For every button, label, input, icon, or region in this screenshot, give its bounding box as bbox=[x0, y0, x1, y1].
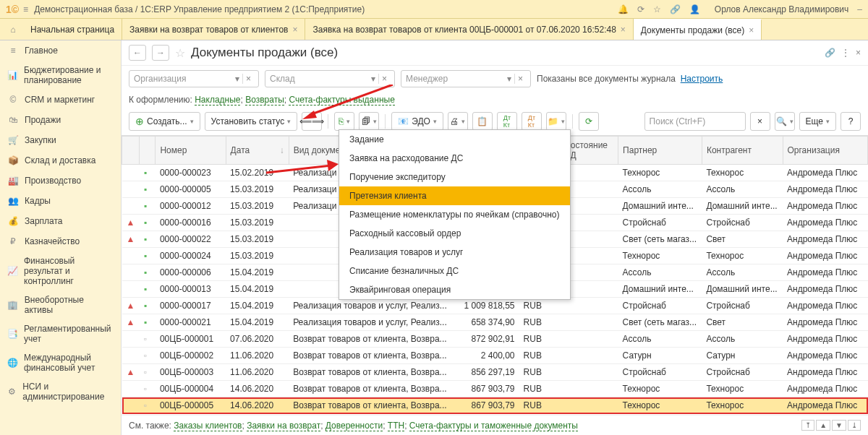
footer-link-0[interactable]: Заказы клиентов bbox=[174, 421, 242, 431]
quick-link-1[interactable]: Возвраты bbox=[245, 95, 284, 105]
history-icon[interactable]: ⟳ bbox=[637, 4, 644, 14]
filter-warehouse[interactable]: Склад▾× bbox=[265, 70, 395, 87]
sidebar-icon: 📈 bbox=[7, 265, 18, 277]
dropdown-item-2[interactable]: Поручение экспедитору bbox=[339, 168, 570, 186]
sidebar-item-14[interactable]: ⚙НСИ и администрирование bbox=[0, 377, 121, 406]
dropdown-item-8[interactable]: Эквайринговая операция bbox=[339, 280, 570, 299]
menu-icon[interactable]: ≡ bbox=[23, 4, 28, 14]
sidebar-item-3[interactable]: 🛍Продажи bbox=[0, 110, 121, 130]
table-row[interactable]: ▫00ЦБ-00000107.06.2020Возврат товаров от… bbox=[122, 331, 868, 348]
col-header-10[interactable]: Организация bbox=[783, 137, 868, 165]
dropdown-item-1[interactable]: Заявка на расходование ДС bbox=[339, 149, 570, 168]
tab-0[interactable]: Заявки на возврат товаров от клиентов× bbox=[122, 19, 305, 40]
tab-home[interactable]: Начальная страница bbox=[23, 19, 122, 40]
sidebar-label: Производство bbox=[25, 176, 81, 186]
table-row[interactable]: ▫00ЦБ-00000514.06.2020Возврат товаров от… bbox=[122, 397, 868, 414]
dropdown-item-5[interactable]: Расходный кассовый ордер bbox=[339, 224, 570, 243]
sidebar-label: Зарплата bbox=[25, 216, 63, 226]
dropdown-item-4[interactable]: Размещение номенклатуры по ячейкам (спра… bbox=[339, 205, 570, 224]
link-icon[interactable]: 🔗 bbox=[670, 4, 681, 14]
sidebar-item-2[interactable]: ©CRM и маркетинг bbox=[0, 90, 121, 110]
filter-org[interactable]: Организация▾× bbox=[129, 70, 259, 87]
star-icon[interactable]: ☆ bbox=[653, 4, 661, 14]
table-row[interactable]: ▫00ЦБ-00000414.06.2020Возврат товаров от… bbox=[122, 381, 868, 397]
sidebar-item-0[interactable]: ≡Главное bbox=[0, 40, 121, 61]
quick-link-0[interactable]: Накладные bbox=[195, 95, 240, 105]
table-nav[interactable]: ⤒▲▼⤓ bbox=[801, 420, 861, 431]
col-header-2[interactable]: Номер bbox=[156, 137, 226, 165]
sidebar-icon: 🏢 bbox=[7, 299, 19, 311]
create-button[interactable]: Создать...▾ bbox=[129, 112, 200, 131]
configure-link[interactable]: Настроить bbox=[681, 74, 723, 84]
refresh-button[interactable]: ⟳ bbox=[579, 112, 599, 131]
tab-1[interactable]: Заявка на возврат товаров от клиента 00Ц… bbox=[305, 19, 633, 40]
set-status-button[interactable]: Установить статус▾ bbox=[205, 112, 298, 131]
col-header-3[interactable]: Дата ↓ bbox=[226, 137, 289, 165]
dtkt-button[interactable]: ДтКт bbox=[497, 112, 517, 131]
more-action-icon[interactable]: ⋮ bbox=[841, 48, 850, 58]
dropdown-item-3[interactable]: Претензия клиента bbox=[339, 186, 570, 205]
col-header-9[interactable]: Контрагент bbox=[702, 137, 783, 165]
sidebar-icon: 🌐 bbox=[7, 357, 18, 369]
search-go[interactable]: 🔍▾ bbox=[775, 112, 795, 131]
minimize-icon[interactable]: – bbox=[857, 4, 862, 14]
sidebar-item-10[interactable]: 📈Финансовый результат и контроллинг bbox=[0, 251, 121, 290]
dropdown-item-7[interactable]: Списание безналичных ДС bbox=[339, 262, 570, 280]
sidebar-item-12[interactable]: 📑Регламентированный учет bbox=[0, 319, 121, 348]
close-page-icon[interactable]: × bbox=[856, 48, 861, 58]
col-header-8[interactable]: Партнер bbox=[618, 137, 702, 165]
print-button[interactable]: 🖨▾ bbox=[448, 112, 468, 131]
sidebar-label: Продажи bbox=[25, 115, 61, 125]
sidebar-item-8[interactable]: 💰Зарплата bbox=[0, 211, 121, 231]
dropdown-item-0[interactable]: Задание bbox=[339, 130, 570, 149]
search-clear[interactable]: × bbox=[750, 112, 770, 131]
nav-back[interactable]: ← bbox=[129, 45, 146, 61]
home-button[interactable]: ⌂ bbox=[3, 19, 23, 40]
tab-close-icon[interactable]: × bbox=[292, 25, 297, 35]
user-name[interactable]: Орлов Александр Владимирович bbox=[715, 4, 849, 14]
sidebar-item-7[interactable]: 👥Кадры bbox=[0, 191, 121, 211]
sidebar-item-1[interactable]: 📊Бюджетирование и планирование bbox=[0, 61, 121, 90]
sidebar-icon: ₽ bbox=[7, 236, 19, 247]
toolbar-icon-8[interactable]: 📁▾ bbox=[546, 112, 566, 131]
toolbar-icon-3[interactable]: 🗐▾ bbox=[359, 112, 379, 131]
sidebar-item-13[interactable]: 🌐Международный финансовый учет bbox=[0, 348, 121, 377]
nav-fwd[interactable]: → bbox=[152, 45, 169, 61]
link-action-icon[interactable]: 🔗 bbox=[825, 48, 835, 58]
footer-link-3[interactable]: ТТН bbox=[388, 421, 404, 431]
dtkt2-button[interactable]: ДтКт bbox=[522, 112, 542, 131]
sidebar-label: CRM и маркетинг bbox=[25, 95, 95, 105]
tab-close-icon[interactable]: × bbox=[749, 25, 754, 35]
bell-icon[interactable]: 🔔 bbox=[618, 4, 629, 14]
create-based-on-button[interactable]: ⎘▾ bbox=[334, 112, 354, 131]
toolbar-icon-1[interactable]: ⟸⟹ bbox=[302, 112, 322, 131]
favorite-star[interactable]: ☆ bbox=[175, 46, 185, 60]
sidebar-icon: 📑 bbox=[7, 328, 18, 340]
sidebar-label: Закупки bbox=[25, 135, 56, 145]
search-input[interactable]: Поиск (Ctrl+F) bbox=[644, 112, 746, 131]
quick-link-2[interactable]: Счета-фактуры выданные bbox=[289, 95, 394, 105]
edo-button[interactable]: 📧 ЭДО▾ bbox=[391, 112, 443, 131]
sidebar-item-6[interactable]: 🏭Производство bbox=[0, 171, 121, 191]
sidebar-item-11[interactable]: 🏢Внеоборотные активы bbox=[0, 290, 121, 319]
tab-2[interactable]: Документы продажи (все)× bbox=[634, 19, 762, 40]
col-header-0[interactable] bbox=[122, 137, 140, 165]
toolbar-icon-5[interactable]: 📋 bbox=[472, 112, 493, 131]
col-header-1[interactable] bbox=[140, 137, 156, 165]
footer-link-2[interactable]: Доверенности bbox=[326, 421, 383, 431]
dropdown-item-6[interactable]: Реализация товаров и услуг bbox=[339, 243, 570, 262]
sidebar-item-9[interactable]: ₽Казначейство bbox=[0, 231, 121, 251]
more-button[interactable]: Еще▾ bbox=[799, 112, 836, 131]
sidebar-item-4[interactable]: 🛒Закупки bbox=[0, 130, 121, 150]
help-button[interactable]: ? bbox=[841, 112, 861, 131]
table-row[interactable]: ▫00ЦБ-00000211.06.2020Возврат товаров от… bbox=[122, 348, 868, 364]
footer-link-4[interactable]: Счета-фактуры и таможенные документы bbox=[409, 421, 578, 431]
table-row[interactable]: ▲▪0000-00002115.04.2019Реализация товаро… bbox=[122, 314, 868, 331]
footer-link-1[interactable]: Заявки на возврат bbox=[247, 421, 320, 431]
tab-close-icon[interactable]: × bbox=[621, 25, 626, 35]
user-icon[interactable]: 👤 bbox=[689, 4, 700, 14]
filter-manager[interactable]: Менеджер▾× bbox=[401, 70, 531, 87]
sidebar-item-5[interactable]: 📦Склад и доставка bbox=[0, 150, 121, 171]
table-row[interactable]: ▲▫00ЦБ-00000311.06.2020Возврат товаров о… bbox=[122, 364, 868, 381]
sidebar-label: Казначейство bbox=[25, 236, 80, 246]
